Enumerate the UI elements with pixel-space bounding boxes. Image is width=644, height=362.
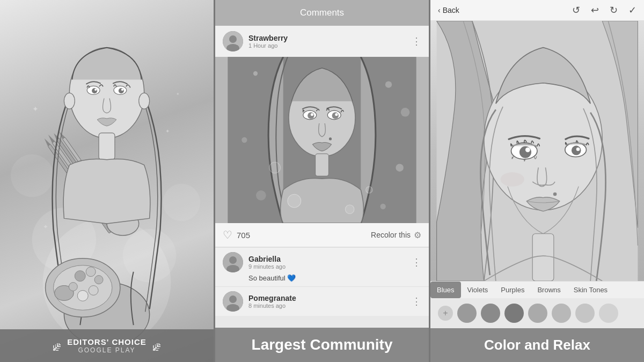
tab-violets[interactable]: Violets	[461, 282, 495, 298]
tab-skin-tones[interactable]: Skin Tones	[567, 282, 614, 298]
svg-point-76	[553, 193, 557, 196]
swatch-7[interactable]	[599, 304, 618, 323]
stroke-undo-button[interactable]: ↩	[591, 4, 599, 16]
swatch-6[interactable]	[575, 304, 595, 323]
svg-point-45	[241, 137, 247, 143]
svg-point-71	[519, 146, 531, 158]
svg-point-28	[75, 271, 85, 282]
left-illustration: ✦ ✦ ✦ ✦	[0, 0, 214, 362]
svg-point-47	[256, 190, 266, 201]
back-label: Back	[443, 6, 459, 14]
svg-point-54	[311, 113, 313, 116]
right-toolbar: ‹ Back ↺ ↩ ↻ ✓	[430, 0, 644, 21]
comment-options-1[interactable]: ⋮	[412, 256, 421, 268]
svg-text:✦: ✦	[165, 128, 170, 134]
svg-text:✦: ✦	[43, 223, 48, 231]
svg-marker-10	[43, 138, 50, 146]
svg-point-78	[501, 172, 524, 186]
svg-text:✦: ✦	[32, 105, 39, 113]
left-panel: ✦ ✦ ✦ ✦ ⸙ EDITORS' CHOICE GOOGLE PLAY ⸙	[0, 0, 214, 362]
tab-browns[interactable]: Browns	[531, 282, 567, 298]
svg-point-53	[332, 112, 339, 119]
svg-marker-11	[47, 134, 55, 143]
back-button[interactable]: ‹ Back	[438, 6, 459, 14]
svg-point-74	[572, 146, 581, 156]
redo-button[interactable]: ↻	[610, 4, 618, 16]
laurel-left-icon: ⸙	[53, 337, 61, 354]
svg-point-20	[94, 88, 97, 91]
comment-user-row-1: Gabriella 9 minutes ago ⋮	[223, 252, 421, 272]
tab-purples[interactable]: Purples	[494, 282, 531, 298]
comments-header-text: Comments	[300, 8, 344, 18]
post-options-button[interactable]: ⋮	[412, 35, 421, 47]
svg-point-58	[288, 194, 301, 208]
svg-point-30	[94, 276, 103, 284]
comment-time-1: 9 minutes ago	[248, 263, 406, 270]
post-username: Strawberry	[248, 34, 406, 42]
check-button[interactable]: ✓	[628, 4, 636, 16]
comment-item-2: Pomegranate 8 minutes ago ⋮	[215, 286, 429, 316]
post-time: 1 Hour ago	[248, 42, 406, 49]
comment-item: Gabriella 9 minutes ago ⋮ So beautiful 💙	[215, 247, 429, 286]
post-user-info: Strawberry 1 Hour ago	[248, 34, 406, 49]
comments-header: Comments	[215, 0, 429, 26]
comment-avatar-1	[223, 252, 243, 272]
right-bottom-text: Color and Relax	[484, 337, 590, 353]
swatch-5[interactable]	[552, 304, 571, 323]
svg-point-55	[335, 113, 338, 116]
right-panel: ‹ Back ↺ ↩ ↻ ✓	[430, 0, 644, 362]
right-bottom-banner: Color and Relax	[430, 328, 644, 362]
comment-username-1: Gabriella	[248, 255, 406, 263]
editors-choice-text: EDITORS' CHOICE GOOGLE PLAY	[67, 337, 146, 354]
svg-point-61	[366, 187, 372, 193]
comment-username-2: Pomegranate	[248, 294, 406, 302]
recolor-text: Recolor this	[371, 231, 411, 239]
svg-point-52	[308, 112, 314, 119]
svg-point-42	[253, 71, 258, 76]
swatch-3[interactable]	[504, 304, 524, 323]
svg-point-2	[123, 229, 177, 283]
swatch-1[interactable]	[457, 304, 477, 323]
svg-point-44	[401, 108, 410, 117]
swatch-2[interactable]	[481, 304, 500, 323]
svg-rect-57	[316, 154, 329, 176]
svg-point-48	[380, 204, 386, 209]
svg-point-29	[86, 267, 96, 277]
middle-panel: Comments Strawberry 1 Hour ago ⋮	[215, 0, 429, 362]
chevron-left-icon: ‹	[438, 6, 441, 14]
comment-time-2: 8 minutes ago	[248, 302, 406, 309]
svg-point-4	[163, 183, 200, 221]
svg-point-33	[69, 283, 77, 291]
color-tabs: Blues Violets Purples Browns Skin Tones	[430, 281, 644, 298]
svg-point-39	[229, 35, 237, 43]
swatch-4[interactable]	[528, 304, 547, 323]
right-illustration	[430, 21, 644, 281]
svg-point-19	[119, 88, 124, 93]
svg-point-56	[329, 137, 332, 140]
svg-point-31	[89, 286, 98, 295]
heart-icon[interactable]: ♡	[223, 228, 232, 241]
comment-user-info-1: Gabriella 9 minutes ago	[248, 255, 406, 270]
comment-options-2[interactable]: ⋮	[412, 295, 421, 307]
editors-choice-title: EDITORS' CHOICE	[67, 337, 146, 346]
middle-bottom-text: Largest Community	[252, 336, 393, 353]
recolor-section[interactable]: Recolor this ⚙	[371, 230, 421, 240]
settings-icon[interactable]: ⚙	[414, 230, 421, 240]
svg-point-59	[345, 205, 354, 214]
svg-text:✦: ✦	[176, 92, 180, 97]
svg-point-23	[139, 93, 150, 109]
like-section[interactable]: ♡ 705	[223, 228, 250, 241]
svg-point-43	[385, 81, 392, 87]
svg-point-63	[229, 256, 237, 264]
svg-point-66	[229, 295, 237, 303]
post-user-avatar	[223, 31, 243, 51]
svg-point-22	[64, 93, 75, 109]
add-color-button[interactable]: +	[438, 306, 453, 321]
post-user-row: Strawberry 1 Hour ago ⋮	[215, 26, 429, 57]
editors-choice-subtitle: GOOGLE PLAY	[78, 346, 135, 354]
tab-blues[interactable]: Blues	[430, 282, 461, 298]
middle-bottom-banner: Largest Community	[215, 328, 429, 362]
editors-choice-content: ⸙ EDITORS' CHOICE GOOGLE PLAY ⸙	[53, 337, 160, 354]
undo-button[interactable]: ↺	[572, 4, 580, 16]
editors-choice-bar: ⸙ EDITORS' CHOICE GOOGLE PLAY ⸙	[0, 329, 214, 362]
